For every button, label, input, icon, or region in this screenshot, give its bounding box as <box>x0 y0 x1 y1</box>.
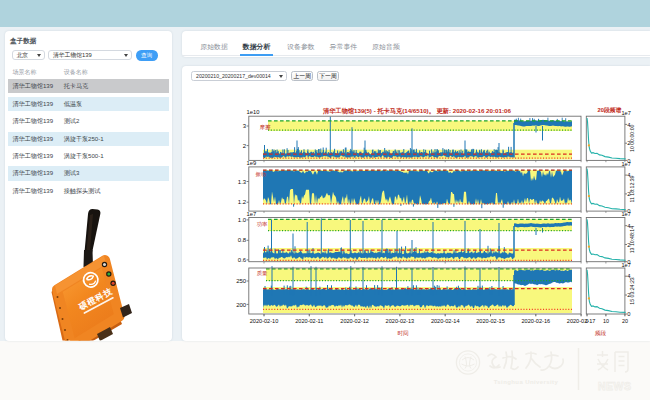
svg-text:Tsinghua University: Tsinghua University <box>494 379 559 385</box>
svg-text:功率: 功率 <box>257 221 268 227</box>
svg-text:3: 3 <box>243 123 247 129</box>
svg-text:2: 2 <box>243 143 247 149</box>
svg-text:2020-02-14: 2020-02-14 <box>431 318 460 324</box>
svg-text:0.8: 0.8 <box>238 237 247 243</box>
svg-text:2020-02-15: 2020-02-15 <box>476 318 505 324</box>
svg-text:摩擦: 摩擦 <box>260 124 271 131</box>
svg-text:1.3: 1.3 <box>238 179 247 185</box>
svg-text:0: 0 <box>627 311 630 317</box>
svg-text:2020-02-10: 2020-02-10 <box>250 318 279 324</box>
svg-text:2020-02-17: 2020-02-17 <box>567 318 596 324</box>
svg-text:0.6: 0.6 <box>238 257 247 263</box>
svg-text:2020-02-16: 2020-02-16 <box>521 318 550 324</box>
svg-text:250: 250 <box>236 278 247 284</box>
svg-text:20段频谱: 20段频谱 <box>598 106 622 114</box>
svg-text:1e7: 1e7 <box>622 161 631 167</box>
svg-text:NEWS: NEWS <box>598 380 632 392</box>
svg-text:0: 0 <box>586 318 589 324</box>
svg-text:1e7: 1e7 <box>622 110 631 116</box>
svg-text:13 10:48:14: 13 10:48:14 <box>629 226 635 254</box>
svg-text:2020-02-12: 2020-02-12 <box>340 318 369 324</box>
svg-text:1.2: 1.2 <box>238 199 247 205</box>
svg-text:20: 20 <box>622 318 628 324</box>
svg-text:2020-02-13: 2020-02-13 <box>386 318 415 324</box>
svg-text:1.0: 1.0 <box>238 217 247 223</box>
svg-text:频段: 频段 <box>595 330 607 336</box>
svg-text:1e7: 1e7 <box>622 262 631 268</box>
svg-text:1e7: 1e7 <box>622 211 631 217</box>
svg-text:1e9: 1e9 <box>247 160 257 166</box>
svg-text:振动: 振动 <box>255 171 266 177</box>
svg-text:200: 200 <box>236 302 247 308</box>
svg-text:10: 10 <box>603 318 609 324</box>
svg-text:15 03:24:23: 15 03:24:23 <box>629 277 635 305</box>
svg-text:1e7: 1e7 <box>247 211 257 217</box>
svg-text:1e10: 1e10 <box>247 109 260 115</box>
svg-text:时间: 时间 <box>397 330 409 337</box>
svg-text:质量: 质量 <box>257 270 268 276</box>
svg-text:清华工物馆139(5) - 托卡马克(14/6510)。 更: 清华工物馆139(5) - 托卡马克(14/6510)。 更新: 2020-02… <box>322 107 511 115</box>
svg-text:2020-02-11: 2020-02-11 <box>295 318 323 324</box>
svg-text:11 18:12:39: 11 18:12:39 <box>629 175 635 202</box>
svg-text:10 00:00:00: 10 00:00:00 <box>629 124 635 152</box>
